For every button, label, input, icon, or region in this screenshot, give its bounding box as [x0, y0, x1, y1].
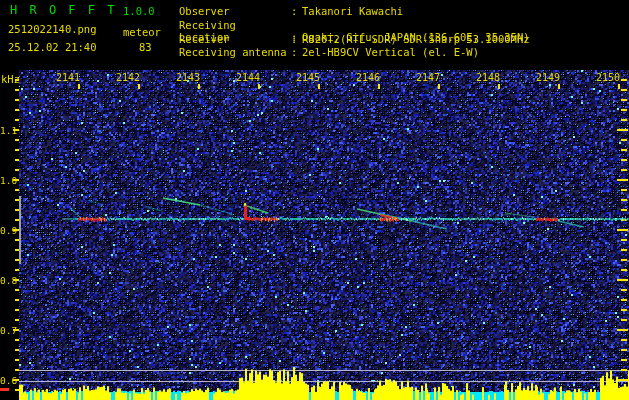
echo-count: 83 — [139, 42, 152, 53]
freq-tick-label: 0.6 — [0, 375, 13, 386]
info-label: Receiver — [179, 33, 291, 45]
timestamp: 25.12.02 21:40 — [8, 42, 97, 53]
freq-tick-label: 1.0 — [0, 175, 13, 186]
time-tick-label: 2145 — [296, 72, 320, 83]
info-label: Receiving antenna — [179, 46, 291, 58]
time-tick-label: 2150 — [596, 72, 620, 83]
time-tick-label: 2147 — [416, 72, 440, 83]
file-name: 2512022140.png — [8, 24, 97, 35]
info-label: Observer — [179, 5, 291, 17]
info-colon: : — [291, 46, 302, 58]
app-title: H R O F F T — [10, 4, 117, 16]
info-colon: : — [291, 5, 302, 17]
freq-tick-label: 0.8 — [0, 275, 13, 286]
time-tick-label: 2149 — [536, 72, 560, 83]
info-row-receiver: Receiver:R820T2(RTL-SDR) SDR-Sharp 53.10… — [179, 33, 530, 47]
info-value: Takanori Kawachi — [302, 5, 403, 17]
info-row-location: Receiving Location:Ogaki, Gifu, JAPAN (1… — [179, 19, 530, 33]
app-version: 1.0.0 — [123, 6, 155, 17]
freq-tick-label: 1.1 — [0, 125, 13, 136]
khz-unit-label: kHz — [1, 74, 20, 85]
info-row-antenna: Receiving antenna:2el-HB9CV Vertical (el… — [179, 46, 530, 60]
info-value: 2el-HB9CV Vertical (el. E-W) — [302, 46, 479, 58]
time-tick-label: 2148 — [476, 72, 500, 83]
observer-info-table: Observer:Takanori Kawachi Receiving Loca… — [179, 5, 530, 60]
freq-tick-label: 0.7 — [0, 325, 13, 336]
time-tick-label: 2144 — [236, 72, 260, 83]
time-tick-label: 2141 — [56, 72, 80, 83]
hrofft-window: H R O F F T 1.0.0 2512022140.png meteor … — [0, 0, 629, 400]
info-value: R820T2(RTL-SDR) SDR-Sharp 53.1000MHz — [302, 33, 530, 45]
time-tick-label: 2146 — [356, 72, 380, 83]
mode-label: meteor — [123, 27, 161, 38]
time-tick-label: 2143 — [176, 72, 200, 83]
info-colon: : — [291, 33, 302, 45]
time-tick-label: 2142 — [116, 72, 140, 83]
info-row-observer: Observer:Takanori Kawachi — [179, 5, 530, 19]
freq-tick-label: 0.9 — [0, 225, 13, 236]
